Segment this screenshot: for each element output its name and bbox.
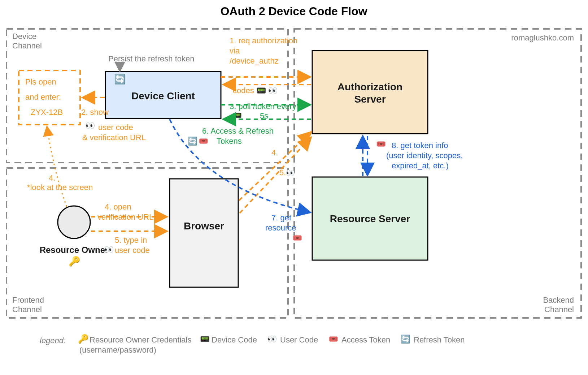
step4-label: 4. [271, 148, 278, 157]
device-client-label: Device Client [131, 90, 195, 102]
step1-label: 1. req authorization via /device_authz [230, 36, 300, 65]
backend-channel-label: BackendChannel [543, 296, 574, 314]
resource-owner-node [58, 206, 90, 238]
user-code-text: Pls open and enter: ZYX-12B [25, 77, 63, 117]
refresh-icon: 🔄 [114, 73, 126, 85]
eyes-icon-4: 👀 [286, 168, 295, 177]
legend-refresh-token: Refresh Token [414, 335, 465, 344]
step5-label: 5. [279, 168, 286, 177]
legend-refresh-icon: 🔄 [401, 334, 411, 344]
legend-device-code: Device Code [212, 335, 257, 344]
step5type-label: 5. type inuser code [115, 236, 150, 255]
pager-icon: 📟 [256, 86, 266, 95]
device-channel-label: Device Channel [12, 32, 42, 50]
legend-title: legend: [40, 336, 66, 345]
watermark: romaglushko.com [511, 33, 574, 42]
resource-owner-label: Resource Owner [40, 245, 109, 255]
legend-access-token: Access Token [341, 335, 390, 344]
legend-pager-icon: 📟 [200, 334, 210, 344]
legend-eyes-icon: 👀 [267, 334, 277, 344]
page-title: OAuth 2 Device Code Flow [220, 5, 367, 18]
codes-label: codes [233, 86, 254, 95]
legend-user-code: User Code [280, 335, 318, 344]
step4look-label: 4.*look at the screen [27, 173, 93, 192]
legend-cred: Resource Owner Credentials(username/pass… [79, 335, 191, 354]
legend-ticket-icon: 🎟️ [328, 334, 339, 344]
ticket-icon: 🎟️ [199, 136, 209, 146]
step6-label: 6. Access & RefreshTokens [202, 126, 274, 146]
step2-label: 2. show [81, 108, 109, 117]
eyes-icon-2: 👀 [85, 121, 95, 130]
step4look-arrow [47, 126, 67, 207]
step8-label: 8. get token info (user identity, scopes… [386, 141, 465, 170]
browser-label: Browser [184, 220, 224, 232]
key-icon: 🔑 [69, 255, 80, 267]
pager-icon-2: 📟 [233, 111, 242, 120]
resource-server-label: Resource Server [330, 213, 410, 224]
eyes-icon-3: 👀 [104, 245, 114, 254]
step7-label: 7. getresource [265, 213, 296, 232]
step4open-label: 4. openverification URL [97, 202, 153, 221]
eyes-icon: 👀 [268, 86, 278, 95]
legend-key-icon: 🔑 [78, 333, 89, 344]
refresh-icon-2: 🔄 [188, 136, 198, 146]
ticket-icon-3: 🎟️ [376, 139, 386, 149]
ticket-icon-2: 🎟️ [292, 233, 302, 243]
step4-arrow [239, 132, 311, 201]
browser-box [170, 179, 238, 287]
persist-note: Persist the refresh token [108, 54, 194, 63]
frontend-channel-label: FrontendChannel [12, 296, 44, 314]
diagram: OAuth 2 Device Code Flow Device Channel … [0, 0, 588, 375]
